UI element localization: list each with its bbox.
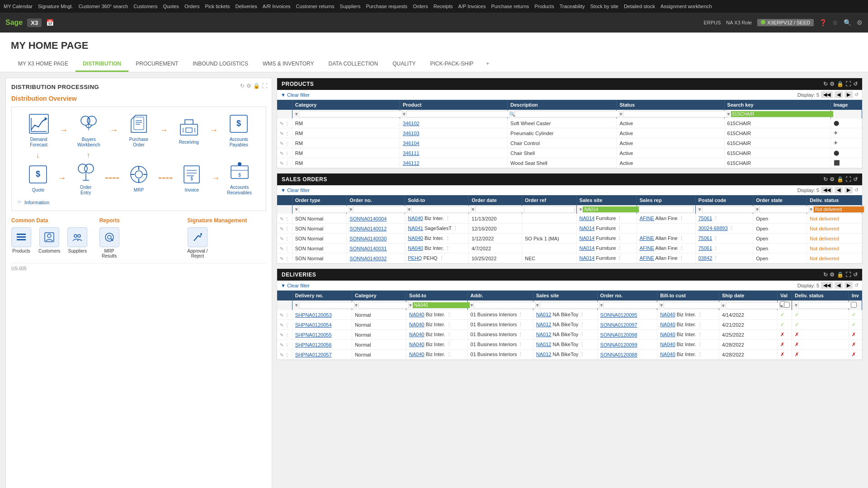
del-settings-icon[interactable]: ⚙ xyxy=(830,272,835,278)
del-expand-icon[interactable]: ⛶ xyxy=(845,272,851,278)
gear-icon[interactable]: ⚙ xyxy=(246,83,251,89)
products-settings-icon[interactable]: ⚙ xyxy=(830,81,835,87)
del-inv-check[interactable] xyxy=(851,302,857,308)
nav-purchase-returns[interactable]: Purchase returns xyxy=(491,4,529,9)
calendar-icon[interactable]: 📅 xyxy=(46,19,54,26)
tab-add-button[interactable]: + xyxy=(481,57,495,72)
nav-deliveries[interactable]: Deliveries xyxy=(236,4,257,9)
del-next-btn[interactable]: ▶ xyxy=(844,282,853,289)
products-refresh-icon[interactable]: ↻ xyxy=(823,81,828,87)
so-filter-ref-input[interactable] xyxy=(524,206,575,213)
tab-distribution[interactable]: DISTRIBUTION xyxy=(75,57,128,72)
flow-invoice[interactable]: $ Invoice xyxy=(171,163,212,193)
so-filter-state-input[interactable] xyxy=(760,206,809,213)
nav-detailed-stock[interactable]: Detailed stock xyxy=(624,4,655,9)
del-filter-deliv-input[interactable] xyxy=(798,302,851,309)
products-prev-btn[interactable]: ◀◀ xyxy=(821,91,833,98)
so-filter-date-input[interactable] xyxy=(475,206,524,213)
del-filter-site-input[interactable] xyxy=(540,302,600,309)
products-refresh2-icon[interactable]: ↺ xyxy=(854,92,859,98)
flow-purchase-order[interactable]: PurchaseOrder xyxy=(118,113,159,148)
tab-quality[interactable]: QUALITY xyxy=(385,57,423,72)
del-filter-sold-input[interactable] xyxy=(413,302,470,308)
flow-order-entry[interactable]: OrderEntry xyxy=(66,160,106,196)
tab-pick-pack-ship[interactable]: PICK-PACK-SHIP xyxy=(423,57,481,72)
customers-icon-item[interactable]: Customers xyxy=(38,227,60,253)
del-refresh-icon[interactable]: ↻ xyxy=(823,272,828,278)
del-reload-icon[interactable]: ↺ xyxy=(853,272,858,278)
nav-quotes[interactable]: Quotes xyxy=(163,4,179,9)
nav-products[interactable]: Products xyxy=(534,4,554,9)
products-icon-item[interactable]: Products xyxy=(11,227,31,253)
so-filter-type-input[interactable] xyxy=(299,206,349,213)
del-clear-filter[interactable]: ▼ Clear filter xyxy=(281,283,310,288)
mrp-results-icon-item[interactable]: MRPResults xyxy=(99,227,119,258)
so-prev-btn[interactable]: ◀◀ xyxy=(821,187,833,193)
nav-customer360[interactable]: Customer 360° search xyxy=(79,4,128,9)
expand-icon[interactable]: ⛶ xyxy=(262,83,267,89)
flow-buyers-workbench[interactable]: BuyersWorkbench xyxy=(68,113,109,148)
products-reload-icon[interactable]: ↺ xyxy=(853,81,858,87)
nav-my-calendar[interactable]: MY Calendar xyxy=(4,4,33,9)
nav-customer-returns[interactable]: Customer returns xyxy=(296,4,335,9)
flow-mrp[interactable]: MRP xyxy=(118,163,159,193)
filter-category-input[interactable] xyxy=(299,111,402,117)
nav-ar-invoices[interactable]: A/R Invoices xyxy=(263,4,291,9)
del-filter-del-input[interactable] xyxy=(299,302,354,309)
del-lock-icon[interactable]: 🔒 xyxy=(837,272,844,278)
flow-accounts-payables[interactable]: $ AccountsPayables xyxy=(218,113,259,148)
help-icon[interactable]: ❓ xyxy=(819,19,827,26)
tab-data-collection[interactable]: DATA COLLECTION xyxy=(321,57,386,72)
so-filter-rep-input[interactable] xyxy=(639,206,693,213)
so-filter-deliv-input[interactable] xyxy=(813,206,864,213)
filter-search-key-input[interactable] xyxy=(731,111,833,117)
flow-accounts-receivables[interactable]: $ AccountsReceivables xyxy=(219,160,260,196)
tab-procurement[interactable]: PROCUREMENT xyxy=(128,57,185,72)
nav-receipts[interactable]: Receipts xyxy=(434,4,453,9)
products-prev-page-btn[interactable]: ◀ xyxy=(835,91,843,98)
nav-ap-invoices[interactable]: A/P Invoices xyxy=(458,4,486,9)
so-filter-sold-input[interactable] xyxy=(411,206,471,213)
so-settings-icon[interactable]: ⚙ xyxy=(830,176,835,183)
tab-my-x3-home-page[interactable]: MY X3 HOME PAGE xyxy=(11,57,75,72)
nav-purchase-requests[interactable]: Purchase requests xyxy=(366,4,407,9)
so-prev-page-btn[interactable]: ◀ xyxy=(835,187,843,193)
approval-icon-item[interactable]: Approval /Reject xyxy=(187,227,208,258)
products-lock-icon[interactable]: 🔒 xyxy=(837,81,844,87)
products-next-btn[interactable]: ▶ xyxy=(844,91,853,98)
del-prev-page-btn[interactable]: ◀ xyxy=(835,282,843,289)
flow-receiving[interactable]: Receiving xyxy=(169,115,209,145)
del-val-check[interactable] xyxy=(784,302,790,308)
nav-signature-mngt[interactable]: Signature Mngt. xyxy=(38,4,73,9)
so-clear-filter[interactable]: ▼ Clear filter xyxy=(281,188,310,193)
del-filter-ship-input[interactable] xyxy=(726,302,780,309)
nav-orders[interactable]: Orders xyxy=(184,4,200,9)
nav-assignment-workbench[interactable]: Assignment workbench xyxy=(660,4,712,9)
information-row[interactable]: ☞ Information xyxy=(17,199,260,205)
so-filter-order-input[interactable] xyxy=(353,206,407,213)
so-expand-icon[interactable]: ⛶ xyxy=(845,176,851,183)
nav-pick-tickets[interactable]: Pick tickets xyxy=(205,4,230,9)
products-expand-icon[interactable]: ⛶ xyxy=(845,81,851,87)
del-filter-cat-input[interactable] xyxy=(359,302,409,309)
filter-status-input[interactable] xyxy=(623,111,726,117)
so-filter-postal-input[interactable] xyxy=(702,206,756,213)
del-filter-order-input[interactable] xyxy=(604,302,660,309)
nav-traceability[interactable]: Traceability xyxy=(560,4,585,9)
tab-inbound-logistics[interactable]: INBOUND LOGISTICS xyxy=(185,57,255,72)
nav-customers[interactable]: Customers xyxy=(133,4,157,9)
suppliers-icon-item[interactable]: Suppliers xyxy=(67,227,87,253)
nav-orders2[interactable]: Orders xyxy=(413,4,428,9)
refresh-icon[interactable]: ↻ xyxy=(240,83,245,89)
so-filter-site-input[interactable] xyxy=(583,206,639,212)
so-reload-icon[interactable]: ↺ xyxy=(853,176,858,183)
filter-product-input[interactable] xyxy=(406,111,510,117)
star-icon[interactable]: ☆ xyxy=(832,19,838,26)
info-icon[interactable]: 🔒 xyxy=(253,83,260,89)
so-lock-icon[interactable]: 🔒 xyxy=(837,176,844,183)
settings-icon[interactable]: ⚙ xyxy=(857,19,863,26)
nav-stock-by-site[interactable]: Stock by site xyxy=(590,4,618,9)
filter-desc-input[interactable] xyxy=(515,111,620,117)
del-filter-addr-input[interactable] xyxy=(474,302,535,309)
del-refresh2-icon[interactable]: ↺ xyxy=(854,282,859,288)
